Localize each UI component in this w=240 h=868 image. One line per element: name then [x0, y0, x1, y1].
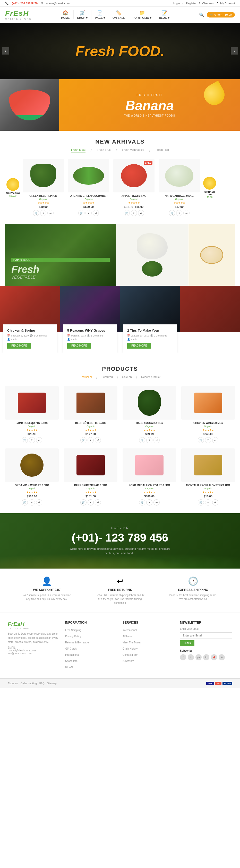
compare-btn[interactable]: ⇌ [48, 210, 54, 216]
wishlist-btn-3[interactable]: ♥ [131, 210, 137, 216]
footer-link-affiliates[interactable]: Affiliates [123, 635, 132, 638]
compare-btn-4[interactable]: ⇌ [183, 210, 189, 216]
tab-featured[interactable]: Featured [101, 375, 113, 380]
footer-link-gift[interactable]: Gift Cards [65, 647, 77, 650]
footer-link-grain[interactable]: Grain History [123, 647, 138, 650]
product-img-lamb [5, 386, 59, 420]
wish-beef[interactable]: ♥ [88, 437, 94, 443]
footer-order-tracking-link[interactable]: Order tracking [20, 682, 36, 685]
footer-link-news[interactable]: NEWS [65, 666, 73, 669]
side-product-img [6, 178, 19, 191]
tab-sale-on[interactable]: Sale on [122, 375, 131, 380]
footer-link-contact[interactable]: Contact Form [123, 653, 138, 656]
nav-portfolio[interactable]: 📁 PORTFOLIO ▾ [129, 10, 155, 20]
add-to-cart-btn-2[interactable]: 🛒 [78, 210, 85, 216]
email-link[interactable]: admin@gmail.com [46, 2, 69, 5]
footer-sitemap-link[interactable]: Sitemap [47, 682, 57, 685]
hero-prev-arrow[interactable]: ‹ [2, 47, 9, 55]
cart-button[interactable]: 🛒 0 item - $0.00 [207, 12, 235, 18]
logo[interactable]: FrEsH ONLINE STORE [5, 9, 32, 20]
search-icon[interactable]: 🔍 [199, 12, 204, 17]
cart-avocado[interactable]: 🛒 [139, 437, 145, 443]
compare-pork[interactable]: ⇌ [153, 499, 160, 505]
product-actions-cabbage: 🛒 ♥ ⇌ [159, 210, 200, 216]
nav-page[interactable]: 📄 PAGE ▾ [91, 10, 109, 20]
wish-beef-steak[interactable]: ♥ [88, 499, 94, 505]
nav-blog[interactable]: 📝 BLOG ▾ [155, 10, 173, 20]
product-avocado: Hass Avocado 1kg Organic ★★★★★ $29.99 🛒 … [123, 386, 176, 443]
footer-about-link[interactable]: About us [8, 682, 18, 685]
cart-pork[interactable]: 🛒 [139, 499, 145, 505]
compare-avocado[interactable]: ⇌ [153, 437, 160, 443]
tab-bestseller[interactable]: Bestseller [80, 375, 92, 380]
wishlist-btn-4[interactable]: ♥ [176, 210, 182, 216]
footer-link-meet-maker[interactable]: Meet The Maker [123, 641, 141, 644]
tab-fresh-fish[interactable]: Fresh Fish [155, 148, 169, 153]
newsletter-send-btn[interactable]: SEND [180, 640, 194, 646]
wish-avocado[interactable]: ♥ [146, 437, 152, 443]
add-to-cart-btn-4[interactable]: 🛒 [169, 210, 175, 216]
product-img-oysters [181, 448, 235, 482]
footer-link-space[interactable]: Space Info [65, 660, 78, 662]
newsletter-email-input[interactable] [180, 632, 232, 639]
read-more-btn-chicken[interactable]: Read more [7, 343, 31, 349]
cart-oysters[interactable]: 🛒 [198, 499, 204, 505]
add-to-cart-btn[interactable]: 🛒 [33, 210, 39, 216]
wish-kiwi[interactable]: ♥ [29, 499, 35, 505]
wish-oysters[interactable]: ♥ [205, 499, 211, 505]
linkedin-icon[interactable]: in [203, 654, 209, 660]
compare-beef[interactable]: ⇌ [95, 437, 101, 443]
facebook-icon[interactable]: f [180, 654, 186, 660]
wishlist-btn[interactable]: ♥ [40, 210, 47, 216]
cart-beef-steak[interactable]: 🛒 [80, 499, 87, 505]
tab-recent-product[interactable]: Recent product [141, 375, 160, 380]
cart-chicken[interactable]: 🛒 [198, 437, 204, 443]
nav-home[interactable]: 🏠 HOME [58, 10, 73, 19]
my-account-link[interactable]: My Account [220, 2, 235, 5]
googleplus-icon[interactable]: g+ [196, 654, 202, 660]
footer-link-privacy[interactable]: Privacy Policy [65, 635, 81, 638]
footer-link-international[interactable]: International [65, 653, 79, 656]
read-more-btn-tips[interactable]: Read more [127, 343, 151, 349]
tab-fresh-vegetables[interactable]: Fresh Vegetables [122, 148, 144, 153]
cart-kiwi[interactable]: 🛒 [22, 499, 28, 505]
nav-shop[interactable]: 🛒 SHOP ▾ [73, 10, 91, 20]
tab-fresh-fruit[interactable]: Fresh Fruit [97, 148, 111, 153]
footer-faq-link[interactable]: FAQ [39, 682, 44, 685]
footer-info-links: Free Shipping Privacy Policy Returns & E… [65, 627, 117, 669]
footer-link-newsinfo[interactable]: News/Info [123, 660, 134, 662]
cart-beef[interactable]: 🛒 [80, 437, 87, 443]
compare-lamb[interactable]: ⇌ [36, 437, 42, 443]
hotline-number: (+01)- 123 789 456 [10, 531, 230, 544]
compare-oysters[interactable]: ⇌ [212, 499, 218, 505]
email-social-icon[interactable]: ✉ [219, 654, 225, 660]
compare-btn-2[interactable]: ⇌ [93, 210, 99, 216]
footer-link-free-shipping[interactable]: Free Shipping [65, 629, 81, 631]
product-img-kiwi [5, 448, 59, 482]
wishlist-btn-2[interactable]: ♥ [86, 210, 92, 216]
side-product-right: SPINACH 1KG $5.00 [202, 177, 217, 198]
wish-chicken[interactable]: ♥ [205, 437, 211, 443]
footer-link-international-svc[interactable]: International [123, 629, 137, 631]
wish-lamb[interactable]: ♥ [29, 437, 35, 443]
product-img-chicken [181, 386, 235, 420]
compare-kiwi[interactable]: ⇌ [36, 499, 42, 505]
footer-link-returns[interactable]: Returns & Exchange [65, 641, 89, 644]
nav-on-sale[interactable]: 🏷️ ON SALE [109, 10, 129, 19]
pinterest-icon[interactable]: 📌 [211, 654, 217, 660]
add-to-cart-btn-3[interactable]: 🛒 [124, 210, 130, 216]
product-name-beef: Beef Côtelette 0.2kg [64, 422, 117, 425]
register-link[interactable]: Register [186, 2, 197, 5]
cart-lamb[interactable]: 🛒 [22, 437, 28, 443]
hero-next-arrow[interactable]: › [231, 47, 238, 55]
wish-pork[interactable]: ♥ [146, 499, 152, 505]
checkout-link[interactable]: Checkout [202, 2, 214, 5]
product-price-cabbage: $17.99 [159, 205, 200, 208]
compare-chicken[interactable]: ⇌ [212, 437, 218, 443]
compare-beef-steak[interactable]: ⇌ [95, 499, 101, 505]
compare-btn-3[interactable]: ⇌ [138, 210, 144, 216]
login-link[interactable]: Login [173, 2, 180, 5]
twitter-icon[interactable]: t [188, 654, 194, 660]
read-more-btn-grapes[interactable]: Read more [67, 343, 91, 349]
tab-fresh-meat[interactable]: Fresh Meat [71, 148, 86, 153]
